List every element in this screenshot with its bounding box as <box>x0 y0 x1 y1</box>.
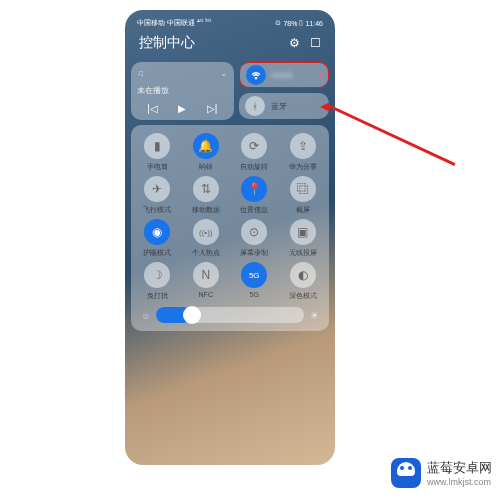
tile-data[interactable]: ⇅移动数据 <box>184 176 229 215</box>
tile-label: 飞行模式 <box>143 205 171 215</box>
dark-icon: ◐ <box>290 262 316 288</box>
gear-icon[interactable]: ⚙ <box>289 36 300 50</box>
rotate-icon: ⟳ <box>241 133 267 159</box>
tile-label: 屏幕录制 <box>240 248 268 258</box>
airplane-icon: ✈ <box>144 176 170 202</box>
brightness-row: ☼ ☀ <box>135 307 325 323</box>
tile-label: 位置信息 <box>240 205 268 215</box>
tile-dnd[interactable]: ☽免打扰 <box>135 262 180 301</box>
data-icon: ⇅ <box>193 176 219 202</box>
tile-hotspot[interactable]: ((•))个人热点 <box>184 219 229 258</box>
carrier-2: 中国联通 <box>167 18 195 28</box>
edit-icon[interactable]: ☐ <box>310 36 321 50</box>
tile-dark[interactable]: ◐深色模式 <box>281 262 326 301</box>
tile-label: 个人热点 <box>192 248 220 258</box>
music-card[interactable]: ♫ ⌄ 未在播放 |◁ ▶ ▷| <box>131 62 234 120</box>
brightness-slider[interactable] <box>156 307 304 323</box>
tile-label: 手电筒 <box>147 162 168 172</box>
tile-label: 华为分享 <box>289 162 317 172</box>
battery-text: 78% <box>283 20 297 27</box>
status-bar: 中国移动 中国联通 ⁴ᴳ ⁵ᴳ ⊙ 78% ▯ 11:46 <box>131 16 329 30</box>
expand-indicator[interactable]: ▸ <box>320 71 324 79</box>
bell-icon: 🔔 <box>193 133 219 159</box>
tile-label: 5G <box>250 291 259 298</box>
tile-label: 深色模式 <box>289 291 317 301</box>
page-title: 控制中心 <box>139 34 195 52</box>
chevron-down-icon[interactable]: ⌄ <box>220 68 228 78</box>
watermark-title: 蓝莓安卓网 <box>427 459 492 477</box>
cast-icon: ▣ <box>290 219 316 245</box>
prev-track-button[interactable]: |◁ <box>147 103 158 114</box>
record-icon: ⊙ <box>241 219 267 245</box>
tile-bell[interactable]: 🔔响铃 <box>184 133 229 172</box>
flashlight-icon: ▮ <box>144 133 170 159</box>
tile-eye[interactable]: ◉护眼模式 <box>135 219 180 258</box>
bluetooth-icon: ᚼ <box>245 96 265 116</box>
tile-flashlight[interactable]: ▮手电筒 <box>135 133 180 172</box>
bluetooth-label: 蓝牙 <box>271 101 287 112</box>
screenshot-icon: ⿻ <box>290 176 316 202</box>
tile-label: 护眼模式 <box>143 248 171 258</box>
tile-cast[interactable]: ▣无线投屏 <box>281 219 326 258</box>
tile-share[interactable]: ⇪华为分享 <box>281 133 326 172</box>
header: 控制中心 ⚙ ☐ <box>131 30 329 56</box>
clock: 11:46 <box>305 20 323 27</box>
tile-label: NFC <box>199 291 213 298</box>
tile-label: 响铃 <box>199 162 213 172</box>
watermark-logo-icon <box>391 458 421 488</box>
signal-icons: ⁴ᴳ ⁵ᴳ <box>197 18 211 28</box>
nfc-icon: N <box>193 262 219 288</box>
music-status: 未在播放 <box>137 85 228 96</box>
tile-airplane[interactable]: ✈飞行模式 <box>135 176 180 215</box>
tile-label: 免打扰 <box>147 291 168 301</box>
bluetooth-toggle[interactable]: ᚼ 蓝牙 <box>239 93 330 119</box>
svg-point-0 <box>255 77 257 79</box>
carrier-1: 中国移动 <box>137 18 165 28</box>
wifi-icon <box>246 65 266 85</box>
tile-5g[interactable]: 5G5G <box>232 262 277 301</box>
next-track-button[interactable]: ▷| <box>207 103 218 114</box>
dnd-icon: ☽ <box>144 262 170 288</box>
music-note-icon: ♫ <box>137 68 144 78</box>
play-button[interactable]: ▶ <box>178 103 186 114</box>
quick-settings-grid: ▮手电筒🔔响铃⟳自动旋转⇪华为分享✈飞行模式⇅移动数据📍位置信息⿻截屏◉护眼模式… <box>131 125 329 331</box>
5g-icon: 5G <box>241 262 267 288</box>
share-icon: ⇪ <box>290 133 316 159</box>
location-icon: 📍 <box>241 176 267 202</box>
eye-icon: ◉ <box>144 219 170 245</box>
wifi-network-name: XXXX <box>272 71 293 80</box>
phone-frame: 中国移动 中国联通 ⁴ᴳ ⁵ᴳ ⊙ 78% ▯ 11:46 控制中心 ⚙ ☐ ♫… <box>125 10 335 465</box>
vpn-icon: ⊙ <box>275 19 281 27</box>
tile-label: 移动数据 <box>192 205 220 215</box>
hotspot-icon: ((•)) <box>193 219 219 245</box>
brightness-low-icon: ☼ <box>141 310 150 321</box>
tile-label: 无线投屏 <box>289 248 317 258</box>
tile-rotate[interactable]: ⟳自动旋转 <box>232 133 277 172</box>
tile-nfc[interactable]: NNFC <box>184 262 229 301</box>
tile-label: 截屏 <box>296 205 310 215</box>
brightness-high-icon: ☀ <box>310 310 319 321</box>
brightness-thumb[interactable] <box>183 306 201 324</box>
battery-icon: ▯ <box>299 19 303 27</box>
tile-screenshot[interactable]: ⿻截屏 <box>281 176 326 215</box>
watermark-url: www.lmkjst.com <box>427 477 492 487</box>
watermark: 蓝莓安卓网 www.lmkjst.com <box>391 458 492 488</box>
tile-label: 自动旋转 <box>240 162 268 172</box>
wifi-toggle[interactable]: XXXX ▸ <box>239 62 330 88</box>
tile-location[interactable]: 📍位置信息 <box>232 176 277 215</box>
tile-record[interactable]: ⊙屏幕录制 <box>232 219 277 258</box>
